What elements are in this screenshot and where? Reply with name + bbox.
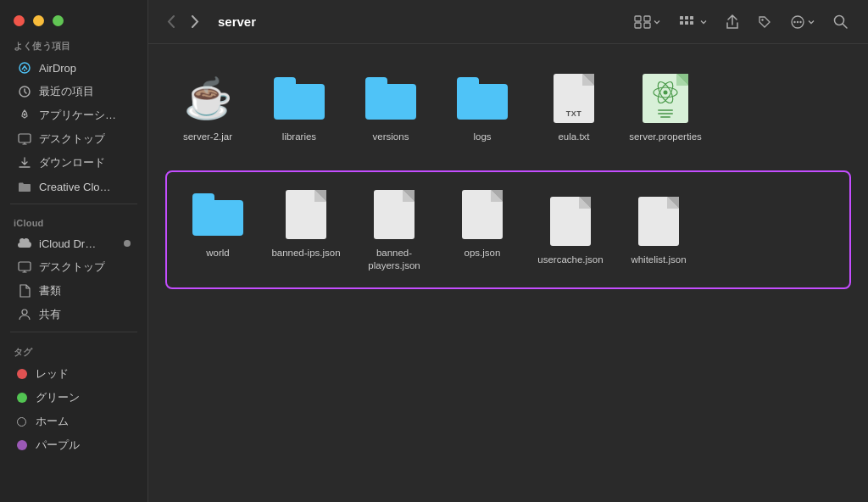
selection-box: world banned-ips.json banned-players.jso…	[165, 170, 851, 289]
file-item-usercache[interactable]: usercache.json	[528, 187, 613, 279]
file-item-world[interactable]: world	[175, 181, 260, 279]
sidebar-item-label: デスクトップ	[39, 131, 105, 147]
file-item-whitelist[interactable]: whitelist.json	[616, 187, 701, 279]
svg-point-17	[761, 19, 763, 20]
sidebar-item-purple[interactable]: パープル	[3, 433, 144, 457]
folder-file-icon	[191, 187, 245, 242]
doc-icon	[17, 283, 32, 298]
sidebar-item-desktop[interactable]: デスクトップ	[3, 127, 144, 151]
icloud-badge	[124, 240, 131, 247]
file-name: server-2.jar	[183, 131, 232, 143]
sidebar-item-label: レッド	[36, 366, 69, 382]
group-button[interactable]	[672, 12, 714, 32]
folder-file-icon	[272, 71, 326, 126]
sidebar-item-icloud-desktop[interactable]: デスクトップ	[3, 255, 144, 279]
file-name: ops.json	[465, 247, 501, 259]
json-file-icon	[455, 187, 509, 242]
file-name: libraries	[282, 131, 316, 143]
sidebar: よく使う項目 AirDrop 最近の項目 アプリケーシ…	[0, 0, 148, 502]
tags-label: タグ	[0, 337, 147, 362]
toolbar: server	[148, 0, 868, 44]
file-item-eula-txt[interactable]: TXT eula.txt	[531, 64, 616, 150]
window-title: server	[218, 14, 620, 29]
sidebar-item-label: ホーム	[36, 414, 69, 429]
file-name: eula.txt	[558, 131, 589, 143]
clock-icon	[17, 84, 32, 99]
main-content: server	[148, 0, 868, 502]
sidebar-item-label: Creative Clo…	[39, 181, 111, 193]
folder-file-icon	[364, 71, 418, 126]
sidebar-item-documents[interactable]: 書類	[3, 279, 144, 303]
svg-point-19	[793, 20, 795, 22]
svg-rect-12	[685, 16, 688, 20]
file-item-server-properties[interactable]: server.properties	[623, 64, 708, 150]
icloud-icon	[17, 236, 32, 251]
file-item-banned-ips[interactable]: banned-ips.json	[264, 181, 348, 279]
search-button[interactable]	[826, 11, 854, 32]
sidebar-item-shared[interactable]: 共有	[3, 303, 144, 326]
svg-point-21	[799, 20, 801, 22]
svg-point-1	[24, 70, 25, 71]
sidebar-item-creative-cloud[interactable]: Creative Clo…	[3, 175, 144, 198]
svg-point-3	[24, 114, 26, 116]
sidebar-item-label: ダウンロード	[39, 155, 105, 170]
sidebar-item-label: iCloud Dr…	[39, 237, 96, 250]
green-tag-dot	[17, 393, 27, 403]
view-icon-button[interactable]	[627, 12, 667, 32]
file-grid: ☕ server-2.jar libraries	[148, 44, 868, 502]
svg-rect-10	[644, 23, 650, 28]
sidebar-item-downloads[interactable]: ダウンロード	[3, 151, 144, 175]
file-name: whitelist.json	[631, 254, 686, 266]
traffic-light-close[interactable]	[14, 15, 25, 26]
airdrop-icon	[17, 60, 32, 75]
back-button[interactable]	[162, 12, 180, 31]
toolbar-right	[627, 11, 854, 33]
file-name: versions	[373, 131, 409, 143]
sidebar-item-home[interactable]: ホーム	[3, 410, 144, 433]
file-item-banned-players[interactable]: banned-players.json	[352, 181, 437, 279]
file-item-logs[interactable]: logs	[440, 64, 525, 150]
traffic-light-maximize[interactable]	[53, 15, 64, 26]
json-file-icon	[543, 194, 598, 248]
sidebar-item-label: アプリケーシ…	[39, 108, 116, 123]
svg-rect-8	[644, 16, 650, 21]
svg-point-26	[664, 91, 668, 95]
jar-file-icon: ☕	[181, 71, 235, 126]
svg-rect-16	[690, 21, 693, 25]
svg-point-20	[797, 20, 798, 22]
folder-file-icon	[455, 71, 509, 126]
sidebar-item-airdrop[interactable]: AirDrop	[3, 56, 144, 80]
sidebar-item-label: パープル	[36, 438, 80, 453]
file-item-versions[interactable]: versions	[348, 64, 433, 150]
sidebar-item-applications[interactable]: アプリケーシ…	[3, 103, 144, 127]
sidebar-item-recents[interactable]: 最近の項目	[3, 80, 144, 103]
share-button[interactable]	[719, 11, 746, 33]
sidebar-item-label: AirDrop	[39, 62, 76, 75]
sidebar-item-label: グリーン	[36, 390, 80, 405]
tag-button[interactable]	[751, 12, 778, 32]
file-row-1: ☕ server-2.jar libraries	[165, 64, 851, 150]
file-name: banned-players.json	[355, 247, 433, 272]
red-tag-dot	[17, 369, 27, 379]
download-icon	[17, 155, 32, 170]
file-item-libraries[interactable]: libraries	[257, 64, 342, 150]
traffic-light-minimize[interactable]	[33, 15, 44, 26]
divider	[10, 204, 137, 204]
file-name: banned-ips.json	[271, 247, 340, 259]
svg-rect-15	[685, 21, 688, 25]
sidebar-item-green[interactable]: グリーン	[3, 386, 144, 410]
divider	[10, 332, 137, 332]
desktop-icon	[17, 259, 32, 275]
more-button[interactable]	[783, 11, 821, 33]
sidebar-item-label: 書類	[39, 283, 61, 298]
file-name: server.properties	[629, 131, 702, 143]
sidebar-item-red[interactable]: レッド	[3, 362, 144, 386]
file-name: usercache.json	[537, 254, 603, 266]
sidebar-item-icloud-drive[interactable]: iCloud Dr…	[3, 231, 144, 255]
forward-button[interactable]	[186, 12, 204, 31]
file-item-ops-json[interactable]: ops.json	[440, 181, 525, 279]
file-item-server-jar[interactable]: ☕ server-2.jar	[165, 64, 250, 150]
file-name: logs	[473, 131, 491, 143]
sidebar-item-label: 共有	[39, 307, 61, 322]
sidebar-item-label: 最近の項目	[39, 84, 94, 99]
